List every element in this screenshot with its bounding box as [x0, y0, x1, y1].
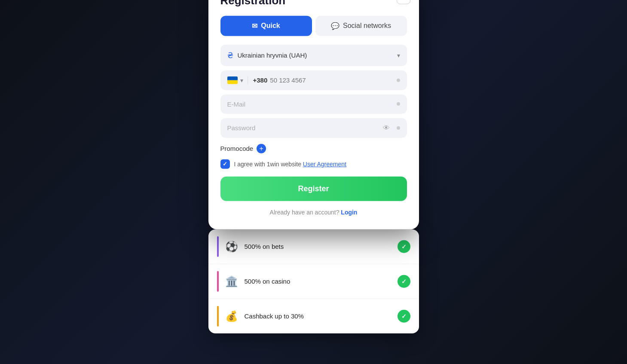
agreement-row: ✓ I agree with 1win website User Agreeme…: [220, 159, 407, 168]
agreement-text: I agree with 1win website User Agreement: [234, 160, 346, 167]
form-fields: ₴ Ukrainian hryvnia (UAH) ▾ ▾ +380: [220, 44, 407, 138]
add-promocode-button[interactable]: +: [257, 144, 266, 153]
phone-field[interactable]: ▾ +380: [220, 70, 407, 90]
tab-bar: ✉ Quick 💬 Social networks: [220, 15, 407, 36]
tab-social-label: Social networks: [343, 22, 391, 30]
login-link[interactable]: Login: [341, 208, 357, 215]
email-dot-indicator: [397, 102, 400, 106]
login-row: Already have an account? Login: [220, 208, 407, 215]
flag-chevron-icon: ▾: [240, 76, 243, 83]
checkmark-icon: ✓: [223, 161, 227, 167]
modal-wrapper: Registration × ✉ Quick 💬 Social networks…: [208, 0, 419, 333]
bonus-cashback-check: ✓: [398, 309, 410, 322]
chevron-down-icon: ▾: [397, 52, 400, 58]
bets-icon: ⚽: [224, 239, 239, 254]
password-field[interactable]: 👁: [220, 118, 407, 138]
bonus-item-casino: 🏛️ 500% on casino ✓: [208, 264, 419, 299]
password-input[interactable]: [227, 124, 379, 132]
promocode-label: Promocode: [220, 145, 254, 152]
email-field[interactable]: [220, 94, 407, 113]
ukraine-flag: [227, 76, 238, 84]
already-account-text: Already have an account?: [270, 208, 339, 215]
promocode-row: Promocode +: [220, 144, 407, 153]
bonus-accent-casino: [217, 271, 219, 291]
bonus-casino-text: 500% on casino: [245, 278, 392, 285]
country-selector[interactable]: ▾: [227, 76, 248, 84]
bonus-bets-text: 500% on bets: [245, 243, 392, 250]
bonus-item-cashback: 💰 Cashback up to 30% ✓: [208, 299, 419, 333]
social-tab-icon: 💬: [331, 21, 339, 30]
password-dot-indicator: [397, 126, 400, 129]
phone-prefix: +380: [253, 76, 268, 84]
phone-dot-indicator: [397, 78, 400, 82]
registration-modal: Registration × ✉ Quick 💬 Social networks…: [208, 0, 419, 229]
casino-icon: 🏛️: [224, 273, 239, 289]
close-button[interactable]: ×: [397, 0, 410, 4]
currency-icon: ₴: [227, 50, 233, 60]
tab-quick[interactable]: ✉ Quick: [220, 15, 312, 36]
email-input[interactable]: [227, 100, 392, 107]
bonus-item-bets: ⚽ 500% on bets ✓: [208, 229, 419, 264]
bonus-panel: ⚽ 500% on bets ✓ 🏛️ 500% on casino ✓ 💰 C…: [208, 229, 419, 333]
user-agreement-link[interactable]: User Agreement: [303, 160, 346, 167]
eye-icon[interactable]: 👁: [383, 124, 390, 132]
bonus-bets-check: ✓: [398, 240, 410, 253]
bonus-cashback-text: Cashback up to 30%: [245, 312, 392, 320]
agreement-text-main: I agree with 1win website: [234, 160, 303, 167]
register-button[interactable]: Register: [220, 176, 407, 201]
bonus-accent-cashback: [217, 306, 219, 326]
modal-title: Registration: [220, 0, 407, 7]
currency-value: Ukrainian hryvnia (UAH): [238, 52, 393, 59]
cashback-icon: 💰: [224, 308, 239, 324]
agreement-checkbox[interactable]: ✓: [220, 159, 230, 168]
bonus-accent-bets: [217, 236, 219, 257]
tab-social-networks[interactable]: 💬 Social networks: [315, 15, 407, 36]
currency-field[interactable]: ₴ Ukrainian hryvnia (UAH) ▾: [220, 44, 407, 66]
phone-input[interactable]: [270, 76, 396, 84]
email-tab-icon: ✉: [252, 21, 257, 30]
bonus-casino-check: ✓: [398, 275, 410, 288]
tab-quick-label: Quick: [261, 22, 280, 30]
